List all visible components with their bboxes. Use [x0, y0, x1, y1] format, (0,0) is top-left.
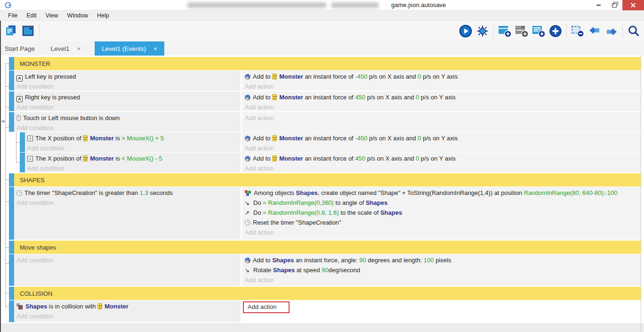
action-line[interactable]: Add to Monster an instant force of -450 …	[245, 72, 641, 81]
action-line[interactable]: Do = RandomInRange(0,360) to angle of Sh…	[245, 198, 641, 208]
force-icon	[245, 156, 250, 162]
collision-icon	[16, 303, 23, 309]
scene-editor-icon[interactable]	[20, 23, 37, 39]
add-condition-button[interactable]: Add condition	[27, 143, 241, 153]
tree-connector	[16, 142, 20, 143]
conditions-cell[interactable]: The X position of Monster is > MouseX() …	[20, 132, 241, 152]
add-condition-button[interactable]: Add condition	[16, 81, 241, 91]
text-segment: 0	[418, 73, 421, 80]
close-button[interactable]	[622, 0, 644, 10]
menu-file[interactable]: File	[4, 12, 22, 19]
event-group-move-shapes[interactable]: Move shapes	[9, 241, 641, 254]
action-line[interactable]: Add to Monster an instant force of -450 …	[245, 133, 641, 143]
tree-connector	[5, 307, 9, 307]
tab-level1[interactable]: Level1 ×	[45, 41, 86, 56]
actions-cell[interactable]: Add to Monster an instant force of 450 p…	[242, 91, 641, 111]
actions-cell[interactable]: Add action	[242, 300, 641, 322]
action-line[interactable]: Among objects Shapes, create object name…	[245, 188, 641, 198]
actions-cell[interactable]: Add to Monster an instant force of -450 …	[242, 71, 641, 90]
text-segment: 1.3	[140, 189, 148, 196]
collapse-arrow-icon[interactable]	[1, 121, 5, 123]
menu-window[interactable]: Window	[63, 12, 93, 19]
add-action-button[interactable]: Add action	[245, 81, 641, 91]
add-action-button[interactable]: Add action	[245, 143, 641, 153]
project-manager-icon[interactable]	[3, 23, 20, 39]
add-action-button[interactable]: Add action	[245, 227, 641, 237]
action-line[interactable]: Do = RandomInRange(0.8, 1.6) to the scal…	[245, 208, 641, 218]
remove-selection-icon[interactable]	[569, 23, 586, 39]
menu-edit[interactable]: Edit	[22, 12, 41, 19]
object-name: Shapes	[25, 303, 47, 310]
add-new-icon[interactable]	[547, 23, 564, 39]
condition-line[interactable]: The X position of Monster is > MouseX() …	[27, 133, 241, 143]
tab-start-page[interactable]: Start Page	[0, 41, 42, 56]
add-condition-button[interactable]: Add condition	[27, 163, 241, 173]
conditions-cell[interactable]: Left key is pressed Add condition	[9, 71, 241, 90]
event-right-key: Right key is pressed Add condition Add t…	[9, 91, 641, 111]
event-group-monster[interactable]: MONSTER	[9, 57, 641, 70]
add-condition-button[interactable]: Add condition	[16, 123, 241, 133]
actions-cell[interactable]: Add to Shapes an instant force, angle: 9…	[242, 254, 641, 286]
toolbar-separator	[566, 24, 567, 38]
monster-icon	[83, 155, 88, 162]
action-line[interactable]: Rotate Shapes at speed 90deg/second	[245, 265, 641, 275]
action-line[interactable]: Reset the timer "ShapeCreation"	[245, 218, 641, 227]
conditions-cell[interactable]: Touch or Left mouse button is down Add c…	[9, 112, 241, 132]
redo-icon[interactable]	[603, 23, 620, 39]
add-comment-icon[interactable]	[530, 23, 547, 39]
condition-line[interactable]: The timer "ShapeCreation" is greater tha…	[16, 188, 241, 198]
add-condition-button[interactable]: Add condition	[16, 255, 241, 265]
add-event-icon[interactable]	[496, 23, 513, 39]
menubar: File Edit View Window Help	[0, 10, 644, 21]
text-segment: Add to	[253, 94, 272, 101]
add-action-button[interactable]: Add action	[245, 102, 641, 112]
add-action-button[interactable]: Add action	[245, 275, 641, 285]
add-condition-button[interactable]: Add condition	[16, 198, 241, 208]
tab-level1-events[interactable]: Level1 (Events) ×	[95, 41, 164, 56]
actions-cell[interactable]: Among objects Shapes, create object name…	[242, 187, 641, 240]
tree-connector	[5, 107, 9, 107]
actions-cell[interactable]: Add to Monster an instant force of -450 …	[242, 132, 641, 152]
action-line[interactable]: Add to Monster an instant force of 450 p…	[245, 92, 641, 102]
action-line[interactable]: Add to Shapes an instant force, angle: 9…	[245, 255, 641, 265]
event-group-collision[interactable]: COLLISION	[9, 287, 641, 300]
position-icon	[27, 156, 33, 162]
actions-cell[interactable]: Add action	[242, 112, 641, 132]
condition-line[interactable]: Left key is pressed	[16, 72, 241, 81]
add-action-button[interactable]: Add action	[245, 113, 641, 123]
condition-line[interactable]: Right key is pressed	[16, 92, 241, 102]
add-sub-event-icon[interactable]	[513, 23, 530, 39]
condition-line[interactable]: The X position of Monster is < MouseX() …	[27, 154, 241, 163]
condition-line[interactable]: Shapes is in collision with Monster	[16, 301, 241, 311]
play-icon[interactable]	[457, 23, 474, 39]
add-condition-button[interactable]: Add condition	[16, 311, 241, 321]
action-line[interactable]: Add to Monster an instant force of 450 p…	[245, 154, 641, 163]
add-action-button[interactable]: Add action	[245, 163, 641, 173]
force-icon	[245, 258, 250, 263]
tree-connector	[5, 86, 9, 87]
conditions-cell[interactable]: The X position of Monster is < MouseX() …	[20, 153, 241, 172]
debug-icon[interactable]	[474, 23, 491, 39]
add-action-button-highlighted[interactable]: Add action	[243, 301, 290, 313]
menu-help[interactable]: Help	[93, 12, 114, 19]
search-icon[interactable]	[625, 23, 642, 39]
condition-line[interactable]: Touch or Left mouse button is down	[16, 113, 241, 123]
restore-button[interactable]	[606, 0, 622, 10]
conditions-cell[interactable]: Add condition	[9, 254, 241, 286]
group-label: Move shapes	[20, 244, 56, 251]
tab-close-icon[interactable]: ×	[77, 45, 81, 52]
minimize-button[interactable]	[590, 0, 606, 10]
add-condition-button[interactable]: Add condition	[16, 102, 241, 112]
conditions-cell[interactable]: Shapes is in collision with Monster Add …	[9, 300, 241, 322]
undo-icon[interactable]	[586, 23, 603, 39]
tree-connector	[5, 293, 9, 293]
conditions-cell[interactable]: The timer "ShapeCreation" is greater tha…	[9, 187, 241, 240]
conditions-cell[interactable]: Right key is pressed Add condition	[9, 91, 241, 111]
actions-cell[interactable]: Add to Monster an instant force of 450 p…	[242, 153, 641, 172]
tab-close-icon[interactable]: ×	[153, 45, 157, 52]
event-group-shapes[interactable]: SHAPES	[9, 173, 641, 186]
events-sheet: MONSTER Left key is pressed Add conditio…	[0, 56, 644, 332]
menu-view[interactable]: View	[41, 12, 63, 19]
text-segment: >	[121, 135, 127, 142]
text-segment: an instant force of	[303, 155, 355, 162]
